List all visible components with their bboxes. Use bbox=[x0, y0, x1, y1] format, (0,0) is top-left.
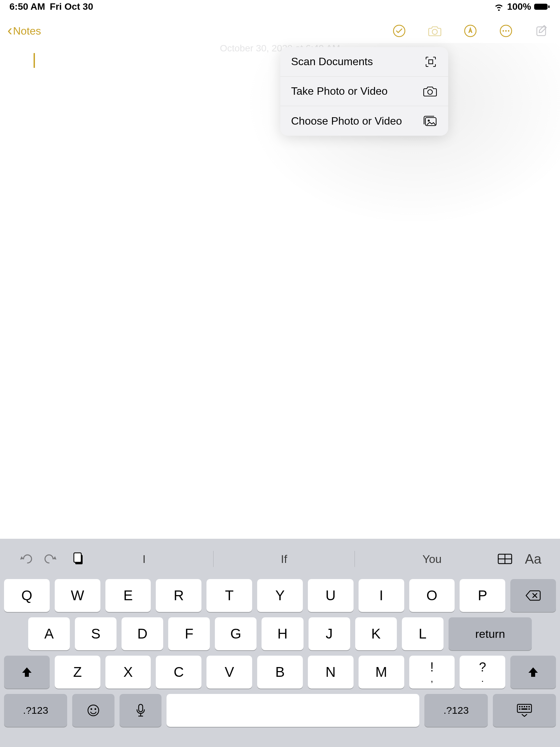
svg-rect-22 bbox=[139, 704, 143, 712]
popover-scan-documents[interactable]: Scan Documents bbox=[280, 47, 448, 77]
keyboard: I If You Aa Q W E R T Y U I O P bbox=[0, 539, 560, 747]
popover-item-label: Choose Photo or Video bbox=[291, 115, 402, 127]
svg-point-6 bbox=[503, 30, 504, 31]
back-button[interactable]: ‹ Notes bbox=[7, 24, 41, 37]
key-l[interactable]: L bbox=[402, 617, 444, 650]
checklist-icon[interactable] bbox=[392, 24, 406, 38]
key-q[interactable]: Q bbox=[4, 579, 50, 612]
clipboard-button[interactable] bbox=[69, 549, 89, 569]
key-p[interactable]: P bbox=[460, 579, 505, 612]
key-dismiss-keyboard[interactable] bbox=[493, 694, 556, 727]
keyboard-row-3: Z X C V B N M ! , ? . bbox=[4, 655, 556, 689]
popover-item-label: Scan Documents bbox=[291, 55, 373, 68]
svg-rect-27 bbox=[526, 706, 528, 707]
key-d[interactable]: D bbox=[122, 617, 163, 650]
back-label: Notes bbox=[13, 25, 41, 37]
svg-rect-1 bbox=[548, 5, 550, 8]
keyboard-row-1: Q W E R T Y U I O P bbox=[4, 579, 556, 612]
key-u[interactable]: U bbox=[308, 579, 353, 612]
key-period[interactable]: ? . bbox=[460, 655, 505, 689]
svg-point-13 bbox=[428, 120, 430, 122]
status-date: Fri Oct 30 bbox=[50, 1, 93, 12]
keyboard-suggestions: I If You bbox=[109, 551, 475, 567]
key-t[interactable]: T bbox=[207, 579, 252, 612]
suggestion-separator bbox=[213, 551, 214, 567]
key-c[interactable]: C bbox=[156, 655, 202, 689]
key-v[interactable]: V bbox=[207, 655, 252, 689]
key-f[interactable]: F bbox=[168, 617, 210, 650]
key-z[interactable]: Z bbox=[55, 655, 100, 689]
key-b[interactable]: B bbox=[257, 655, 303, 689]
more-icon[interactable] bbox=[499, 24, 513, 38]
text-format-button[interactable]: Aa bbox=[521, 549, 545, 569]
popover-choose-photo[interactable]: Choose Photo or Video bbox=[280, 106, 448, 136]
keyboard-row-4: .?123 .?123 bbox=[4, 694, 556, 727]
svg-rect-15 bbox=[74, 553, 81, 562]
key-r[interactable]: R bbox=[156, 579, 202, 612]
suggestion-3[interactable]: You bbox=[422, 552, 442, 566]
key-g[interactable]: G bbox=[215, 617, 257, 650]
key-a[interactable]: A bbox=[28, 617, 70, 650]
key-i[interactable]: I bbox=[358, 579, 404, 612]
svg-rect-26 bbox=[524, 706, 525, 707]
status-time: 6:50 AM bbox=[9, 1, 45, 12]
key-space[interactable] bbox=[166, 694, 419, 727]
svg-rect-0 bbox=[534, 4, 548, 10]
popover-take-photo[interactable]: Take Photo or Video bbox=[280, 77, 448, 106]
svg-rect-24 bbox=[519, 706, 521, 707]
key-y[interactable]: Y bbox=[257, 579, 303, 612]
battery-icon bbox=[534, 3, 551, 11]
key-shift-right[interactable] bbox=[510, 655, 556, 689]
camera-icon[interactable] bbox=[428, 24, 442, 38]
key-w[interactable]: W bbox=[55, 579, 100, 612]
svg-point-21 bbox=[95, 709, 96, 710]
key-comma[interactable]: ! , bbox=[409, 655, 455, 689]
redo-button[interactable] bbox=[42, 549, 62, 569]
key-j[interactable]: J bbox=[309, 617, 350, 650]
key-shift-left[interactable] bbox=[4, 655, 50, 689]
svg-point-8 bbox=[508, 30, 509, 31]
key-dictation[interactable] bbox=[119, 694, 162, 727]
key-numbers-right[interactable]: .?123 bbox=[424, 694, 487, 727]
key-k[interactable]: K bbox=[355, 617, 397, 650]
note-timestamp: October 30, 2020 at 6:49 AM bbox=[0, 43, 560, 54]
svg-point-2 bbox=[394, 25, 405, 36]
key-m[interactable]: M bbox=[358, 655, 404, 689]
popover-item-label: Take Photo or Video bbox=[291, 85, 388, 97]
svg-rect-10 bbox=[429, 60, 433, 64]
key-return[interactable]: return bbox=[449, 617, 532, 650]
key-numbers-left[interactable]: .?123 bbox=[4, 694, 67, 727]
key-h[interactable]: H bbox=[262, 617, 303, 650]
camera-popover: Scan Documents Take Photo or Video Choos… bbox=[280, 47, 448, 136]
table-button[interactable] bbox=[495, 549, 515, 569]
key-x[interactable]: X bbox=[105, 655, 151, 689]
wifi-icon bbox=[494, 3, 504, 11]
key-e[interactable]: E bbox=[105, 579, 151, 612]
nav-bar: ‹ Notes bbox=[0, 19, 560, 43]
key-n[interactable]: N bbox=[308, 655, 353, 689]
svg-rect-30 bbox=[522, 709, 528, 710]
undo-button[interactable] bbox=[15, 549, 35, 569]
markup-icon[interactable] bbox=[463, 24, 477, 38]
key-backspace[interactable] bbox=[510, 579, 556, 612]
status-left: 6:50 AM Fri Oct 30 bbox=[9, 1, 93, 12]
keyboard-row-2: A S D F G H J K L return bbox=[4, 617, 556, 650]
svg-point-7 bbox=[505, 30, 507, 31]
svg-point-11 bbox=[428, 90, 432, 94]
key-o[interactable]: O bbox=[409, 579, 455, 612]
status-bar: 6:50 AM Fri Oct 30 100% bbox=[0, 0, 560, 14]
key-s[interactable]: S bbox=[75, 617, 116, 650]
suggestion-1[interactable]: I bbox=[142, 552, 145, 566]
svg-rect-31 bbox=[529, 709, 530, 710]
suggestion-2[interactable]: If bbox=[281, 552, 287, 566]
svg-rect-29 bbox=[519, 709, 521, 710]
camera-icon bbox=[423, 85, 437, 97]
key-emoji[interactable] bbox=[72, 694, 114, 727]
nav-action-icons bbox=[392, 24, 549, 38]
compose-icon[interactable] bbox=[534, 24, 549, 38]
svg-point-3 bbox=[432, 29, 437, 34]
battery-percent: 100% bbox=[507, 1, 531, 12]
status-right: 100% bbox=[494, 1, 551, 12]
chevron-left-icon: ‹ bbox=[7, 23, 12, 37]
gallery-icon bbox=[422, 115, 437, 127]
